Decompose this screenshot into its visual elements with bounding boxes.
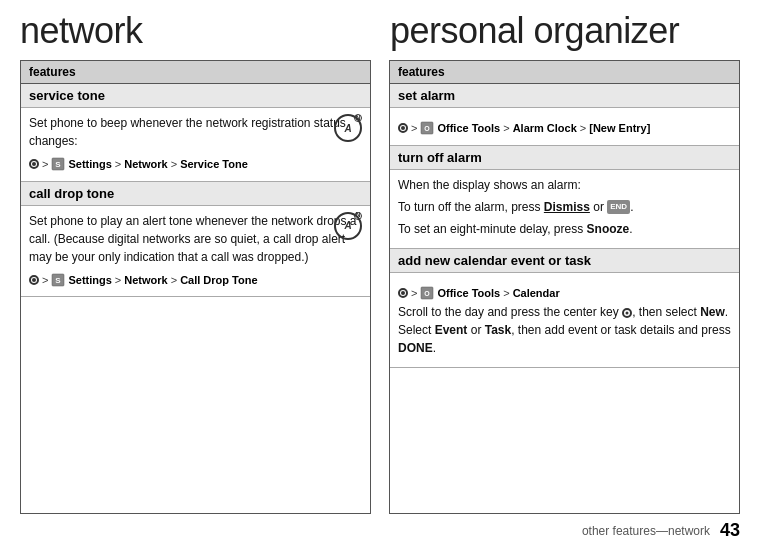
add-calendar-section: add new calendar event or task > O Offic… <box>390 249 739 369</box>
set-alarm-section: set alarm > O Office Tools > Alarm Clock… <box>390 84 739 146</box>
call-drop-tone-title: call drop tone <box>21 182 370 206</box>
svg-text:S: S <box>56 160 62 169</box>
add-calendar-nav: > O Office Tools > Calendar <box>398 285 731 302</box>
nav-center-key-cal <box>398 288 408 298</box>
call-drop-tone-content: A N Set phone to play an alert tone when… <box>21 206 370 297</box>
service-tone-badge: A N <box>334 114 362 142</box>
service-tone-content: A N Set phone to beep whenever the netwo… <box>21 108 370 181</box>
right-section-title: personal organizer <box>370 10 740 52</box>
call-drop-tone-section: call drop tone A N Set phone to play an … <box>21 182 370 298</box>
page-number: 43 <box>720 520 740 541</box>
center-key-inline <box>622 308 632 318</box>
alarm-clock-link: Alarm Clock <box>513 120 577 137</box>
left-section-title: network <box>20 10 370 52</box>
top-titles: network personal organizer <box>0 0 760 60</box>
turn-off-alarm-line1: When the display shows an alarm: <box>398 176 731 194</box>
svg-text:O: O <box>425 125 431 132</box>
right-column: features set alarm > O Office Tools > Al… <box>389 60 740 514</box>
set-alarm-content: > O Office Tools > Alarm Clock > [New En… <box>390 108 739 145</box>
add-calendar-description: Scroll to the day and press the center k… <box>398 303 731 357</box>
turn-off-alarm-line3: To set an eight-minute delay, press Snoo… <box>398 220 731 238</box>
settings-nav-icon-2: S <box>51 273 65 287</box>
call-drop-tone-nav: > S Settings > Network > Call Drop Tone <box>29 272 362 289</box>
call-drop-tone-description: Set phone to play an alert tone whenever… <box>29 212 362 266</box>
svg-text:O: O <box>425 290 431 297</box>
snooze-label: Snooze <box>587 222 630 236</box>
turn-off-alarm-content: When the display shows an alarm: To turn… <box>390 170 739 248</box>
nav-center-key-alarm <box>398 123 408 133</box>
columns: features service tone A N Set phone to b… <box>0 60 760 514</box>
end-key-icon: END <box>607 200 630 214</box>
done-label: DONE <box>398 341 433 355</box>
turn-off-alarm-title: turn off alarm <box>390 146 739 170</box>
dismiss-label: Dismiss <box>544 200 590 214</box>
service-tone-description: Set phone to beep whenever the network r… <box>29 114 362 150</box>
svg-text:S: S <box>56 276 62 285</box>
service-tone-nav: > S Settings > Network > Service Tone <box>29 156 362 173</box>
turn-off-alarm-line2: To turn off the alarm, press Dismiss or … <box>398 198 731 216</box>
left-col-header: features <box>21 61 370 84</box>
add-calendar-content: > O Office Tools > Calendar Scroll to th… <box>390 273 739 368</box>
page: network personal organizer features serv… <box>0 0 760 547</box>
nav-center-key <box>29 159 39 169</box>
service-tone-section: service tone A N Set phone to beep whene… <box>21 84 370 182</box>
turn-off-alarm-section: turn off alarm When the display shows an… <box>390 146 739 249</box>
right-col-header: features <box>390 61 739 84</box>
set-alarm-title: set alarm <box>390 84 739 108</box>
settings-nav-icon: S <box>51 157 65 171</box>
event-label: Event <box>435 323 468 337</box>
call-drop-tone-badge: A N <box>334 212 362 240</box>
task-label: Task <box>485 323 511 337</box>
office-tools-icon-2: O <box>420 286 434 300</box>
set-alarm-nav: > O Office Tools > Alarm Clock > [New En… <box>398 120 731 137</box>
office-tools-icon: O <box>420 121 434 135</box>
new-label: New <box>700 305 725 319</box>
footer-text: other features—network <box>582 524 710 538</box>
footer: other features—network 43 <box>0 514 760 547</box>
left-column: features service tone A N Set phone to b… <box>20 60 371 514</box>
nav-center-key-2 <box>29 275 39 285</box>
service-tone-title: service tone <box>21 84 370 108</box>
add-calendar-title: add new calendar event or task <box>390 249 739 273</box>
